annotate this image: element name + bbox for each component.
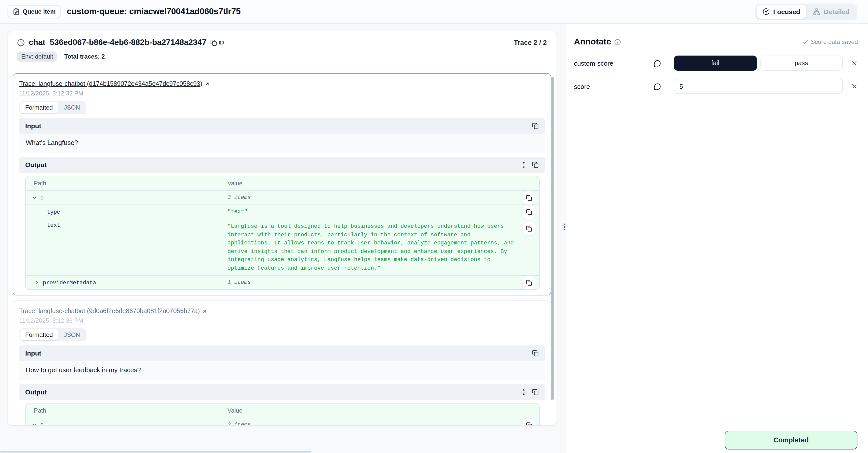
table-row[interactable]: 0 3 items (26, 418, 539, 426)
completed-button[interactable]: Completed (725, 431, 858, 450)
queue-item-panel: chat_536ed067-b86e-4eb6-882b-ba27148a234… (7, 31, 556, 426)
tab-formatted[interactable]: Formatted (20, 102, 58, 113)
total-traces: Total traces: 2 (64, 53, 105, 60)
input-label: Input (25, 122, 41, 130)
trace-list: Trace: langfuse-chatbot (d174b1589072e43… (8, 68, 556, 426)
table-row[interactable]: type "text" (26, 205, 539, 219)
annotate-footer: Completed (566, 427, 868, 453)
trace-link-label: Trace: langfuse-chatbot (d174b1589072e43… (19, 80, 202, 87)
score-label: custom-score (574, 59, 654, 67)
output-json-table: Path Value 0 3 items (25, 176, 540, 290)
row-value: 1 items (227, 279, 519, 287)
view-toggle-detailed[interactable]: Detailed (807, 5, 856, 19)
unfold-vertical-icon[interactable] (521, 162, 527, 168)
trace-link-2[interactable]: Trace: langfuse-chatbot (9d0a6f2e6de8670… (19, 308, 207, 315)
input-text: What's Langfuse? (19, 134, 545, 153)
copy-input-button[interactable] (532, 350, 539, 357)
tab-formatted[interactable]: Formatted (20, 329, 58, 340)
remove-score-button[interactable] (851, 83, 858, 90)
row-path: providerMetadata (43, 280, 96, 286)
trace-link-1[interactable]: Trace: langfuse-chatbot (d174b1589072e43… (19, 80, 210, 87)
value-header: Value (227, 180, 519, 187)
path-header: Path (26, 180, 227, 187)
annotate-title: Annotate (574, 37, 611, 47)
tab-json[interactable]: JSON (59, 329, 85, 340)
option-fail-button[interactable]: fail (674, 56, 757, 71)
remove-score-button[interactable] (851, 60, 858, 67)
vertical-scrollbar[interactable] (551, 77, 554, 400)
trace-timestamp: 11/12/2025, 3:12:32 PM (19, 90, 545, 97)
env-badge: Env: default (17, 52, 57, 62)
chevron-right-icon[interactable] (34, 280, 40, 285)
table-header-row: Path Value (26, 176, 539, 191)
annotate-panel: Annotate Score data saved custom-score f… (566, 24, 868, 427)
top-bar: Queue item custom-queue: cmiacwel70041ad… (0, 0, 868, 24)
score-label: score (574, 83, 654, 90)
score-value-input[interactable] (674, 79, 843, 94)
row-path: text (47, 222, 60, 228)
row-value: "Langfuse is a tool designed to help bus… (227, 222, 519, 272)
copy-output-button[interactable] (532, 389, 539, 395)
id-label: ID (218, 39, 224, 46)
score-row-score: score (574, 79, 858, 94)
trace-counter: Trace 2 / 2 (514, 39, 547, 46)
view-mode-toggle: Focused Detailed (755, 3, 857, 20)
save-status: Score data saved (802, 38, 858, 46)
copy-output-button[interactable] (532, 162, 539, 168)
option-pass-button[interactable]: pass (760, 56, 843, 71)
external-link-icon (202, 308, 207, 314)
trace-card-1: Trace: langfuse-chatbot (d174b1589072e43… (12, 73, 551, 295)
format-tabs: Formatted JSON (19, 328, 86, 341)
format-tabs: Formatted JSON (19, 101, 86, 114)
unfold-vertical-icon[interactable] (521, 389, 527, 395)
queue-item-badge-label: Queue item (23, 8, 56, 15)
clock-icon (17, 39, 25, 46)
copy-id-button[interactable]: ID (210, 39, 224, 46)
copy-row-button[interactable] (523, 222, 536, 235)
chevron-down-icon[interactable] (32, 422, 37, 426)
chevron-down-icon[interactable] (32, 195, 37, 200)
horizontal-scrollbar[interactable] (0, 451, 311, 453)
copy-row-button[interactable] (523, 418, 536, 426)
save-status-label: Score data saved (811, 38, 858, 46)
row-path: 0 (40, 195, 43, 201)
value-header: Value (227, 407, 519, 414)
tab-json[interactable]: JSON (59, 102, 85, 113)
path-header: Path (26, 407, 227, 414)
output-label: Output (25, 388, 46, 396)
input-section: Input What's Langfuse? (19, 118, 545, 153)
row-path: type (47, 209, 60, 215)
item-title: chat_536ed067-b86e-4eb6-882b-ba27148a234… (29, 38, 206, 47)
input-text: How to get user feedback in my traces? (19, 361, 545, 380)
output-section: Output Path Valu (19, 384, 545, 426)
page-title: custom-queue: cmiacwel70041ad060s7tlr75 (67, 6, 241, 17)
comment-icon[interactable] (654, 83, 674, 90)
output-label: Output (25, 161, 46, 169)
copy-row-button[interactable] (523, 205, 536, 219)
input-section: Input How to get user feedback in my tra… (19, 345, 545, 380)
trace-card-2: Trace: langfuse-chatbot (9d0a6f2e6de8670… (12, 301, 551, 426)
queue-item-badge: Queue item (7, 5, 61, 18)
output-json-table: Path Value 0 3 items (25, 403, 540, 426)
view-toggle-focused[interactable]: Focused (756, 5, 806, 19)
trace-timestamp: 11/12/2025, 3:12:36 PM (19, 317, 545, 324)
copy-row-button[interactable] (523, 276, 536, 289)
score-row-custom-score: custom-score fail pass (574, 56, 858, 71)
trace-link-label: Trace: langfuse-chatbot (9d0a6f2e6de8670… (19, 308, 200, 315)
copy-icon (210, 39, 217, 46)
row-value: 3 items (227, 421, 519, 426)
row-path: 0 (40, 422, 43, 426)
info-icon[interactable] (614, 39, 621, 45)
table-row[interactable]: providerMetadata 1 items (26, 276, 539, 289)
output-section: Output Path Valu (19, 157, 545, 290)
copy-input-button[interactable] (532, 123, 539, 129)
network-icon (813, 8, 820, 15)
table-row[interactable]: 0 3 items (26, 191, 539, 205)
row-value: 3 items (227, 194, 519, 202)
check-icon (802, 39, 808, 45)
item-header: chat_536ed067-b86e-4eb6-882b-ba27148a234… (8, 31, 556, 68)
focused-label: Focused (773, 8, 800, 16)
table-row[interactable]: text "Langfuse is a tool designed to hel… (26, 219, 539, 276)
comment-icon[interactable] (654, 59, 674, 67)
copy-row-button[interactable] (523, 191, 536, 204)
